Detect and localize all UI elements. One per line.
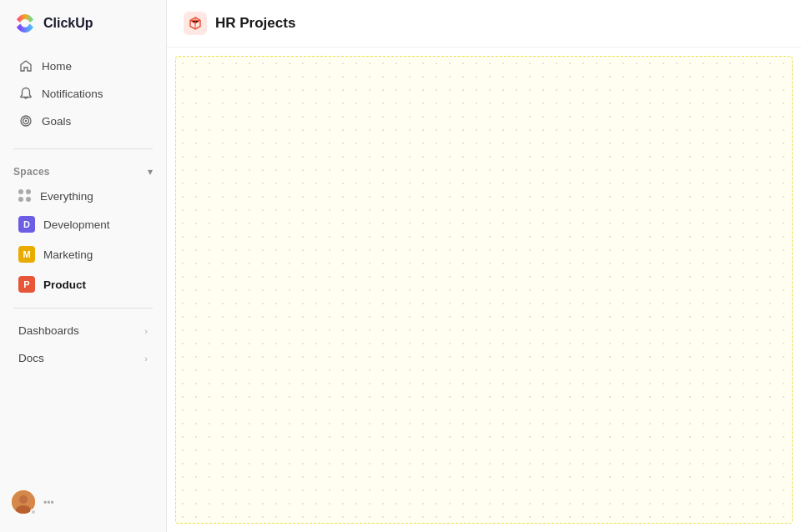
svg-point-2 [25,120,27,122]
sidebar-item-notifications[interactable]: Notifications [5,80,161,107]
divider [13,148,153,149]
target-icon [18,113,33,128]
sidebar-item-goals-label: Goals [42,115,71,128]
sidebar-item-home[interactable]: Home [5,53,161,79]
main-body [167,48,801,532]
sidebar-item-dashboards-label: Dashboards [18,324,79,337]
product-badge-icon: P [18,276,35,293]
user-menu-dots-icon[interactable]: ••• [43,497,54,509]
sidebar-item-notifications-label: Notifications [42,88,103,100]
main-header: HR Projects [167,0,801,48]
user-profile[interactable]: ••• [0,482,166,524]
logo-text: ClickUp [43,16,93,31]
clickup-logo-icon [13,12,37,35]
chevron-right-docs-icon: › [144,354,148,364]
content-area [175,56,793,524]
bell-icon [18,86,33,101]
main-content: HR Projects [167,0,801,532]
sidebar-item-dashboards[interactable]: Dashboards › [5,318,161,344]
sidebar-item-product-label: Product [43,279,86,291]
chevron-down-icon[interactable]: ▾ [148,166,153,178]
avatar-status-indicator [30,509,37,515]
sidebar-item-goals[interactable]: Goals [5,108,161,134]
sidebar-item-product[interactable]: P Product [5,270,161,299]
sidebar-item-docs-label: Docs [18,352,44,364]
divider-2 [13,308,153,309]
sidebar-item-marketing[interactable]: M Marketing [5,240,161,269]
svg-point-4 [19,495,28,504]
sidebar-item-marketing-label: Marketing [43,248,93,261]
chevron-right-dashboards-icon: › [144,326,148,336]
hr-projects-icon [184,12,207,35]
sidebar: ClickUp Home Notifications [0,0,167,532]
spaces-title: Spaces [13,166,50,178]
avatar-container [12,490,37,515]
sidebar-item-development[interactable]: D Development [5,210,161,238]
home-icon [18,58,33,73]
sidebar-item-docs[interactable]: Docs › [5,345,161,371]
spaces-header: Spaces ▾ [0,161,166,183]
sidebar-item-home-label: Home [42,60,72,73]
everything-dots-icon [18,189,32,203]
sidebar-item-development-label: Development [43,218,110,231]
development-badge-icon: D [18,216,35,233]
sidebar-item-everything[interactable]: Everything [5,183,161,208]
page-title: HR Projects [215,15,295,32]
sidebar-nav: Home Notifications Goals [0,47,166,140]
sidebar-item-everything-label: Everything [40,190,93,203]
logo[interactable]: ClickUp [0,0,166,47]
marketing-badge-icon: M [18,246,35,263]
